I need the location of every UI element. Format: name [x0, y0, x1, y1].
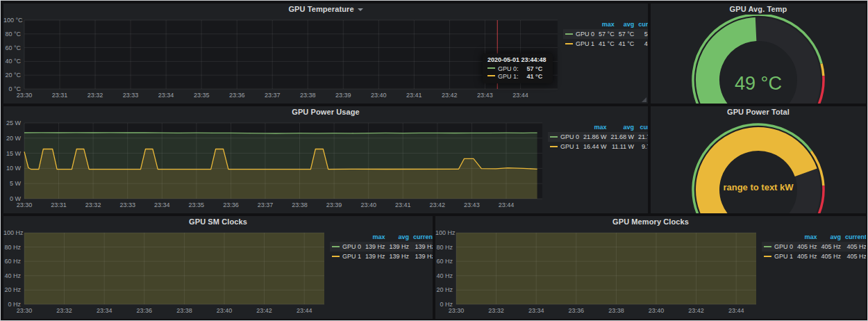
legend-value: 405 Hz [795, 252, 819, 261]
legend-row: GPU 0405 Hz405 Hz405 Hz [762, 242, 866, 252]
legend-column-header: avg [819, 233, 844, 242]
legend-series-name[interactable]: GPU 1 [762, 252, 795, 261]
legend-value: 41 °C [617, 39, 637, 49]
legend-column-header: avg [609, 123, 637, 132]
legend-value: 405 Hz [843, 242, 866, 252]
y-axis-tick-label: 25 W [3, 120, 21, 126]
panel-title-text: GPU Power Total [727, 108, 790, 116]
gpu-temperature-chart[interactable]: 2020-05-01 23:44:48 GPU 0: 57 °C GPU 1: … [3, 15, 562, 104]
legend-series-name[interactable]: GPU 0 [330, 242, 363, 252]
panel-title-gpu-power-total[interactable]: GPU Power Total [651, 106, 866, 117]
legend-value: 57 °C [596, 29, 617, 39]
legend-column-header: avg [617, 20, 637, 29]
legend-row: GPU 021.86 W21.68 W21.77 W [548, 132, 648, 142]
legend-value: 41 °C [596, 39, 617, 49]
y-axis-tick-label: 80 Hz [435, 244, 453, 251]
x-axis-tick-label: 23:38 [300, 92, 316, 99]
x-axis-tick-label: 23:34 [154, 201, 170, 208]
legend-row: GPU 1405 Hz405 Hz405 Hz [762, 252, 866, 261]
y-axis-tick-label: 10 W [3, 165, 21, 172]
tooltip-timestamp: 2020-05-01 23:44:48 [487, 56, 546, 63]
x-axis-tick-label: 23:34 [97, 307, 112, 314]
x-axis-tick-label: 23:35 [189, 201, 205, 208]
series-dash-icon [332, 246, 340, 247]
legend-series-name[interactable]: GPU 1 [330, 252, 363, 261]
x-axis-tick-label: 23:39 [335, 92, 351, 99]
tooltip-series-value: 41 °C [527, 73, 543, 80]
legend-series-name[interactable]: GPU 0 [563, 29, 596, 39]
panel-title-gpu-power-usage[interactable]: GPU Power Usage [3, 106, 648, 117]
series-dash-icon [565, 43, 573, 44]
x-axis-tick-label: 23:32 [56, 307, 72, 314]
series-dash-icon [550, 146, 558, 147]
legend-value: 57 °C [617, 29, 637, 39]
x-axis-tick-label: 23:42 [442, 92, 458, 99]
panel-menu-caret-icon [358, 8, 363, 11]
x-axis-tick-label: 23:39 [326, 201, 342, 208]
gpu-power-total-gauge: range to text kW [651, 117, 866, 213]
grafana-dashboard: GPU Temperature 2020-05-01 23:44:48 GPU … [0, 0, 868, 321]
legend-row: GPU 1139 Hz139 Hz139 Hz [330, 252, 433, 261]
panel-title-gpu-temperature[interactable]: GPU Temperature [3, 3, 648, 15]
legend-series-name[interactable]: GPU 1 [563, 39, 596, 49]
x-axis-tick-label: 23:40 [360, 201, 376, 208]
legend-value: 21.68 W [609, 132, 637, 142]
gpu-power-usage-chart[interactable]: 0 W5 W10 W15 W20 W25 W23:3023:3123:3223:… [3, 117, 546, 213]
legend-series-name[interactable]: GPU 0 [548, 132, 581, 142]
x-axis-tick-label: 23:33 [119, 201, 135, 208]
legend-series-name[interactable]: GPU 0 [762, 242, 795, 252]
legend-row: GPU 141 °C41 °C41 °C [563, 39, 648, 49]
series-dash-icon [565, 33, 573, 35]
y-axis-tick-label: 5 W [3, 180, 21, 187]
x-axis-tick-label: 23:34 [528, 307, 544, 314]
y-axis-tick-label: 80 Hz [3, 244, 21, 251]
gpu-memory-clocks-chart[interactable]: 0 Hz20 Hz40 Hz60 Hz80 Hz100 Hz23:3023:32… [435, 227, 760, 319]
legend-column-header: current [636, 123, 648, 132]
legend-value: 405 Hz [819, 252, 844, 261]
x-axis-tick-label: 23:35 [194, 92, 210, 99]
legend-series-name[interactable]: GPU 1 [548, 142, 581, 151]
legend-value: 139 Hz [363, 252, 387, 261]
gauge-value-text: 49 °C [735, 73, 782, 94]
legend-column-header: current [636, 20, 648, 29]
x-axis-tick-label: 23:31 [52, 92, 68, 99]
panel-title-gpu-sm-clocks[interactable]: GPU SM Clocks [3, 216, 433, 227]
y-axis-tick-label: 60 °C [3, 44, 21, 51]
series-dash-icon [550, 136, 558, 138]
legend-value: 21.86 W [581, 132, 609, 142]
legend-value: 139 Hz [411, 242, 433, 252]
panel-title-gpu-memory-clocks[interactable]: GPU Memory Clocks [435, 216, 866, 227]
gpu-sm-clocks-chart[interactable]: 0 Hz20 Hz40 Hz60 Hz80 Hz100 Hz23:3023:32… [3, 227, 328, 319]
legend-value: 139 Hz [411, 252, 433, 261]
panel-gpu-avg-temp: GPU Avg. Temp 49 °C [651, 3, 866, 104]
panel-gpu-sm-clocks: GPU SM Clocks 0 Hz20 Hz40 Hz60 Hz80 Hz10… [3, 216, 433, 319]
x-axis-tick-label: 23:36 [229, 92, 245, 99]
x-axis-tick-label: 23:42 [688, 307, 704, 314]
legend-column-header: current [411, 233, 433, 242]
x-axis-tick-label: 23:36 [569, 307, 585, 314]
y-axis-tick-label: 15 W [3, 150, 21, 157]
panel-gpu-memory-clocks: GPU Memory Clocks 0 Hz20 Hz40 Hz60 Hz80 … [435, 216, 866, 319]
gauge-value-text: range to text kW [723, 182, 794, 192]
y-axis-tick-label: 40 °C [3, 58, 21, 65]
x-axis-tick-label: 23:32 [85, 201, 101, 208]
series-dash-icon [487, 75, 495, 76]
x-axis-tick-label: 23:44 [297, 307, 312, 314]
y-axis-tick-label: 100 Hz [3, 229, 21, 236]
legend-gpu-memory-clocks: maxavgcurrentGPU 0405 Hz405 Hz405 HzGPU … [760, 227, 866, 319]
x-axis-tick-label: 23:41 [395, 201, 411, 208]
x-axis-tick-label: 23:42 [256, 307, 272, 314]
x-axis-tick-label: 23:32 [488, 307, 504, 314]
legend-gpu-power-usage: maxavgcurrentGPU 021.86 W21.68 W21.77 WG… [546, 117, 648, 213]
series-dash-icon [487, 67, 495, 69]
panel-gpu-power-total: GPU Power Total range to text kW [651, 106, 866, 213]
y-axis-tick-label: 20 Hz [3, 286, 21, 293]
panel-title-gpu-avg-temp[interactable]: GPU Avg. Temp [651, 3, 866, 15]
panel-resize-handle[interactable] [642, 97, 646, 102]
x-axis-tick-label: 23:30 [17, 307, 33, 314]
y-axis-tick-label: 60 Hz [3, 258, 21, 265]
tooltip-series-label: GPU 0: [498, 65, 519, 72]
x-axis-tick-label: 23:31 [51, 201, 67, 208]
y-axis-tick-label: 20 Hz [435, 286, 453, 293]
x-axis-tick-label: 23:44 [499, 201, 515, 208]
